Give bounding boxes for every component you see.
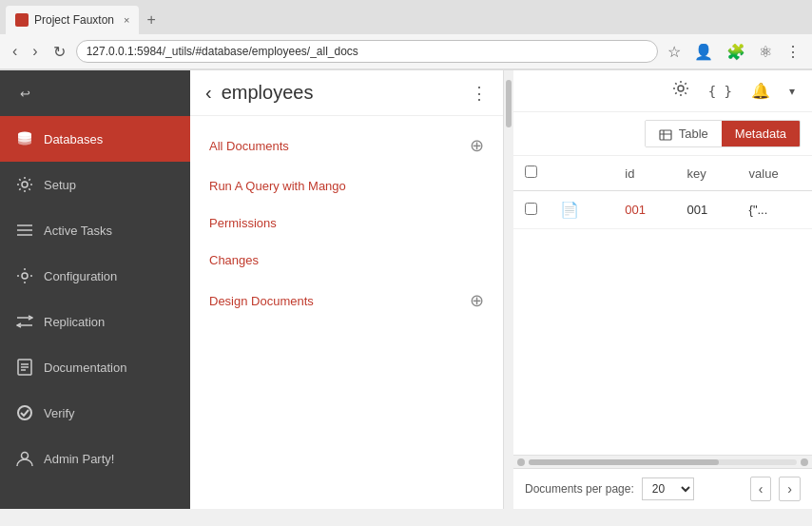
svg-point-13 — [22, 453, 29, 459]
admin-icon — [15, 449, 34, 468]
next-page-btn[interactable]: › — [779, 477, 801, 501]
documentation-icon — [15, 358, 34, 377]
bell-btn[interactable]: 🔔 — [745, 78, 776, 104]
app-layout: ↩ Databases Setup — [0, 70, 812, 509]
code-btn[interactable]: { } — [703, 80, 738, 103]
active-tasks-icon — [15, 221, 34, 240]
tab-title: Project Fauxton — [34, 13, 114, 27]
replication-icon — [15, 312, 34, 331]
configuration-icon — [15, 266, 34, 285]
tab-bar: Project Fauxton × + — [0, 0, 812, 34]
nav-link-changes[interactable]: Changes — [190, 242, 503, 279]
bookmark-btn[interactable]: ☆ — [664, 41, 685, 63]
databases-icon — [15, 129, 34, 148]
view-toggle: Table Metadata — [645, 120, 801, 147]
tab-favicon — [15, 13, 29, 27]
add-doc-btn[interactable]: ⊕ — [470, 135, 484, 156]
sidebar-item-admin[interactable]: Admin Party! — [0, 436, 190, 481]
scroll-left-btn[interactable] — [517, 458, 525, 466]
sidebar-item-replication[interactable]: Replication — [0, 299, 190, 344]
active-tab: Project Fauxton × — [6, 6, 139, 34]
row-checkbox-cell — [513, 191, 549, 229]
sidebar-item-back[interactable]: ↩ — [0, 70, 190, 116]
pagination-bar: Documents per page: 5 10 20 30 50 100 ‹ … — [513, 468, 812, 509]
table-row: 📄 001 001 {"... — [513, 191, 812, 229]
svg-point-14 — [678, 86, 684, 91]
metadata-label: Metadata — [735, 127, 786, 141]
nav-bar: ‹ › ↻ ☆ 👤 🧩 ⚛ ⋮ — [0, 34, 812, 69]
row-id[interactable]: 001 — [613, 191, 675, 229]
table-view-btn[interactable]: Table — [646, 121, 721, 146]
react-btn[interactable]: ⚛ — [755, 41, 776, 63]
sidebar-label-active-tasks: Active Tasks — [44, 224, 112, 238]
db-nav-links: All Documents ⊕ Run A Query with Mango P… — [190, 116, 503, 330]
mango-label: Run A Query with Mango — [209, 179, 346, 193]
sidebar-item-verify[interactable]: Verify — [0, 390, 190, 436]
nav-link-design-docs[interactable]: Design Documents ⊕ — [190, 279, 503, 322]
row-icon-cell: 📄 — [549, 191, 613, 229]
svg-rect-15 — [660, 130, 671, 140]
profile-btn[interactable]: 👤 — [690, 41, 717, 63]
sidebar: ↩ Databases Setup — [0, 70, 190, 509]
back-icon: ↩ — [15, 84, 34, 103]
header-icon-col — [549, 156, 613, 191]
nav-icons: ☆ 👤 🧩 ⚛ ⋮ — [664, 41, 804, 63]
h-scroll-track — [529, 459, 797, 465]
sidebar-label-admin: Admin Party! — [44, 452, 114, 466]
nav-link-permissions[interactable]: Permissions — [190, 205, 503, 242]
per-page-select[interactable]: 5 10 20 30 50 100 — [642, 477, 694, 500]
sidebar-item-databases[interactable]: Databases — [0, 116, 190, 162]
setup-icon — [15, 175, 34, 194]
all-docs-label: All Documents — [209, 139, 289, 153]
svg-point-5 — [22, 273, 28, 279]
browser-chrome: Project Fauxton × + ‹ › ↻ ☆ 👤 🧩 ⚛ ⋮ — [0, 0, 812, 70]
svg-point-1 — [22, 182, 28, 187]
row-key: 001 — [675, 191, 737, 229]
sidebar-label-databases: Databases — [44, 132, 103, 146]
extensions-btn[interactable]: 🧩 — [723, 41, 749, 63]
nav-link-all-docs[interactable]: All Documents ⊕ — [190, 124, 503, 167]
sidebar-label-documentation: Documentation — [44, 360, 126, 375]
right-toolbar: { } 🔔 ▾ — [513, 70, 812, 112]
sidebar-item-setup[interactable]: Setup — [0, 162, 190, 207]
view-toggle-row: Table Metadata — [513, 112, 812, 156]
doc-icon: 📄 — [560, 202, 579, 218]
prev-page-btn[interactable]: ‹ — [750, 477, 772, 501]
back-btn[interactable]: ‹ — [8, 41, 22, 62]
sidebar-item-documentation[interactable]: Documentation — [0, 344, 190, 390]
table-area: id key value 📄 001 001 — [513, 156, 812, 455]
changes-label: Changes — [209, 253, 259, 267]
gear-btn[interactable] — [667, 76, 695, 106]
db-header: ‹ employees ⋮ — [190, 70, 503, 116]
menu-btn[interactable]: ⋮ — [782, 41, 804, 63]
sidebar-item-active-tasks[interactable]: Active Tasks — [0, 207, 190, 253]
header-id: id — [613, 156, 675, 191]
forward-btn[interactable]: › — [28, 41, 42, 62]
sidebar-label-verify: Verify — [44, 406, 75, 420]
nav-link-mango[interactable]: Run A Query with Mango — [190, 167, 503, 205]
docs-per-page-label: Documents per page: — [525, 482, 634, 496]
url-bar[interactable] — [76, 40, 658, 63]
h-scrollbar[interactable] — [513, 455, 812, 468]
header-key: key — [675, 156, 737, 191]
doc-table: id key value 📄 001 001 — [513, 156, 812, 229]
db-back-btn[interactable]: ‹ — [205, 82, 212, 104]
add-design-doc-btn[interactable]: ⊕ — [470, 290, 484, 311]
scroll-right-btn[interactable] — [801, 458, 808, 466]
table-label: Table — [679, 127, 708, 141]
reload-btn[interactable]: ↻ — [48, 41, 70, 63]
tab-close-btn[interactable]: × — [124, 14, 129, 26]
middle-scrollbar[interactable] — [504, 70, 513, 509]
new-tab-btn[interactable]: + — [139, 8, 163, 32]
db-more-btn[interactable]: ⋮ — [471, 83, 488, 104]
select-all-checkbox[interactable] — [525, 166, 537, 178]
middle-scroll-thumb — [506, 80, 512, 127]
middle-panel: ‹ employees ⋮ All Documents ⊕ Run A Quer… — [190, 70, 504, 509]
dropdown-btn[interactable]: ▾ — [783, 81, 801, 102]
sidebar-label-configuration: Configuration — [44, 269, 117, 283]
right-panel: { } 🔔 ▾ Table Metadata — [513, 70, 812, 509]
metadata-view-btn[interactable]: Metadata — [722, 121, 800, 146]
db-name: employees — [222, 82, 471, 104]
row-checkbox[interactable] — [525, 203, 537, 215]
sidebar-item-configuration[interactable]: Configuration — [0, 253, 190, 299]
